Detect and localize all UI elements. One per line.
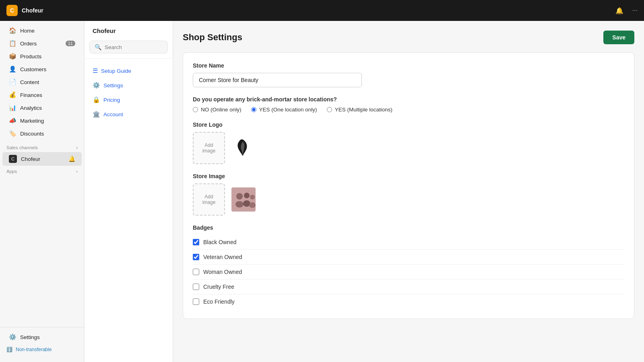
- topbar-logo-letter: C: [10, 7, 14, 14]
- sidebar-item-finances[interactable]: 💰 Finances: [2, 88, 82, 101]
- settings-icon: ⚙️: [9, 333, 16, 341]
- radio-yes-one-input[interactable]: [251, 107, 256, 112]
- radio-yes-multiple[interactable]: YES (Multiple locations): [327, 107, 392, 113]
- app-nav-label-account: Account: [103, 111, 123, 117]
- app-nav-label-pricing: Pricing: [103, 97, 120, 103]
- shop-settings-header: Shop Settings Save: [183, 31, 634, 44]
- sidebar-label-customers: Customers: [20, 66, 46, 72]
- finances-icon: 💰: [9, 91, 16, 99]
- badge-woman-owned: Woman Owned: [193, 265, 624, 280]
- sidebar-item-content[interactable]: 📄 Content: [2, 76, 82, 88]
- store-image-upload-box[interactable]: Addimage: [193, 183, 225, 216]
- apps-chevron: ›: [76, 169, 78, 174]
- app-settings-icon: ⚙️: [93, 82, 100, 89]
- apps-section[interactable]: Apps ›: [0, 166, 84, 175]
- sidebar-item-customers[interactable]: 👤 Customers: [2, 63, 82, 76]
- store-image-preview: [231, 187, 256, 212]
- brick-mortar-label: Do you operate any brick-and-mortar stor…: [193, 96, 624, 103]
- non-transferable-item[interactable]: ℹ️ Non-transferable: [0, 343, 84, 356]
- sidebar-label-discounts: Discounts: [20, 131, 44, 137]
- app-nav-account[interactable]: 🏛️ Account: [85, 107, 173, 121]
- sidebar-label-content: Content: [20, 79, 39, 85]
- svg-point-2: [235, 201, 244, 208]
- sales-channels-label: Sales channels: [6, 145, 38, 150]
- store-name-section: Store Name: [193, 62, 624, 87]
- badges-section: Badges Black Owned Veteran Owned Woman O…: [193, 224, 624, 309]
- sidebar-item-discounts[interactable]: 🏷️ Discounts: [2, 127, 82, 140]
- pricing-icon: 🔒: [93, 96, 100, 103]
- sidebar-item-orders[interactable]: 📋 Orders 11: [2, 37, 82, 50]
- page-title: Shop Settings: [183, 32, 242, 43]
- home-icon: 🏠: [9, 27, 16, 34]
- badge-black-owned-label: Black Owned: [203, 239, 236, 245]
- sidebar-item-settings[interactable]: ⚙️ Settings: [2, 331, 82, 343]
- badge-woman-owned-checkbox[interactable]: [193, 269, 199, 275]
- sidebar-item-products[interactable]: 📦 Products: [2, 50, 82, 63]
- badge-cruelty-free: Cruelty Free: [193, 280, 624, 294]
- badge-veteran-owned-checkbox[interactable]: [193, 254, 199, 260]
- settings-card: Store Name Do you operate any brick-and-…: [183, 52, 634, 319]
- chofeur-bell-icon[interactable]: 🔔: [68, 156, 75, 162]
- topbar-logo: C: [6, 5, 18, 16]
- sidebar-item-chofeur[interactable]: C Chofeur 🔔: [2, 152, 82, 166]
- sidebar-item-analytics[interactable]: 📊 Analytics: [2, 101, 82, 114]
- app-nav-label-settings: Settings: [103, 82, 123, 88]
- marketing-icon: 📣: [9, 117, 16, 124]
- svg-point-5: [250, 195, 255, 200]
- save-button[interactable]: Save: [603, 31, 634, 44]
- svg-rect-0: [231, 187, 256, 212]
- sidebar-label-home: Home: [20, 28, 35, 34]
- radio-no-label: NO (Online only): [201, 107, 242, 113]
- store-name-label: Store Name: [193, 62, 624, 69]
- search-bar[interactable]: 🔍: [89, 41, 168, 53]
- sidebar-label-products: Products: [20, 53, 41, 60]
- sales-channels-chevron: ›: [76, 145, 78, 150]
- badge-cruelty-free-checkbox[interactable]: [193, 284, 199, 290]
- radio-yes-one-label: YES (One location only): [259, 107, 317, 113]
- notification-icon[interactable]: 🔔: [615, 7, 623, 14]
- store-logo-section: Store Logo Addimage: [193, 121, 624, 164]
- svg-point-6: [249, 202, 256, 208]
- badge-eco-friendly: Eco Friendly: [193, 294, 624, 309]
- app-nav-setup-guide[interactable]: ☰ Setup Guide: [85, 64, 173, 78]
- non-transferable-label: Non-transferable: [16, 347, 52, 352]
- analytics-icon: 📊: [9, 104, 16, 111]
- main-layout: 🏠 Home 📋 Orders 11 📦 Products 👤 Customer…: [0, 21, 644, 362]
- svg-point-3: [244, 193, 250, 198]
- app-nav: Chofeur 🔍 ☰ Setup Guide ⚙️ Settings 🔒 Pr…: [85, 21, 173, 362]
- search-input[interactable]: [105, 44, 173, 50]
- topbar: C Chofeur 🔔 ···: [0, 0, 644, 21]
- apps-label: Apps: [6, 169, 17, 174]
- more-options-icon[interactable]: ···: [632, 7, 638, 14]
- sales-channels-section[interactable]: Sales channels ›: [0, 140, 84, 152]
- sidebar-label-analytics: Analytics: [20, 105, 42, 111]
- sidebar-item-marketing[interactable]: 📣 Marketing: [2, 114, 82, 127]
- radio-no[interactable]: NO (Online only): [193, 107, 242, 113]
- sidebar-label-orders: Orders: [20, 41, 37, 47]
- badge-eco-friendly-label: Eco Friendly: [203, 298, 235, 305]
- setup-guide-icon: ☰: [93, 67, 98, 74]
- app-nav-settings[interactable]: ⚙️ Settings: [85, 78, 173, 93]
- add-store-image-label: Addimage: [202, 194, 216, 205]
- store-logo-label: Store Logo: [193, 121, 624, 128]
- sidebar-item-home[interactable]: 🏠 Home: [2, 24, 82, 37]
- chofeur-logo-icon: C: [9, 155, 17, 163]
- store-logo-upload-area: Addimage: [193, 132, 624, 164]
- radio-yes-one[interactable]: YES (One location only): [251, 107, 317, 113]
- app-nav-pricing[interactable]: 🔒 Pricing: [85, 93, 173, 107]
- store-logo-upload-box[interactable]: Addimage: [193, 132, 225, 164]
- account-icon: 🏛️: [93, 111, 100, 118]
- badge-veteran-owned-label: Veteran Owned: [203, 254, 242, 260]
- badge-eco-friendly-checkbox[interactable]: [193, 298, 199, 305]
- badge-black-owned-checkbox[interactable]: [193, 239, 199, 245]
- badge-woman-owned-label: Woman Owned: [203, 269, 242, 275]
- sidebar-label-settings: Settings: [20, 334, 40, 340]
- sidebar-bottom: ⚙️ Settings ℹ️ Non-transferable: [0, 327, 84, 359]
- discounts-icon: 🏷️: [9, 130, 16, 137]
- store-name-input[interactable]: [193, 73, 362, 87]
- content-icon: 📄: [9, 78, 16, 86]
- radio-no-input[interactable]: [193, 107, 198, 112]
- brick-mortar-section: Do you operate any brick-and-mortar stor…: [193, 96, 624, 113]
- radio-yes-multiple-input[interactable]: [327, 107, 332, 112]
- sidebar-label-chofeur: Chofeur: [21, 156, 40, 162]
